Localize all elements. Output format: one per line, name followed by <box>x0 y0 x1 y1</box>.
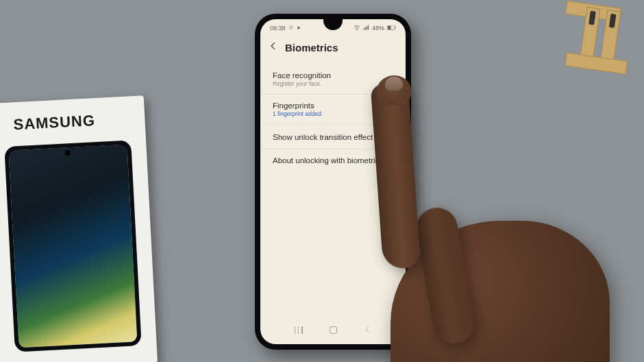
about-biometrics-label: About unlocking with biometrics <box>273 156 393 165</box>
nav-back-button[interactable] <box>364 324 371 336</box>
face-recognition-subtitle: Register your face. <box>273 80 393 87</box>
fingerprints-label: Fingerprints <box>273 101 393 110</box>
svg-rect-6 <box>368 25 369 30</box>
svg-rect-5 <box>366 26 367 29</box>
wifi-icon <box>354 25 360 32</box>
navigation-bar <box>260 319 406 340</box>
page-header: Biometrics <box>260 34 406 64</box>
svg-point-2 <box>356 29 357 29</box>
unlock-transition-label: Show unlock transition effect <box>273 133 374 141</box>
play-status-icon <box>297 25 301 32</box>
unlock-transition-row[interactable]: Show unlock transition effect <box>260 125 406 149</box>
signal-icon <box>363 25 369 32</box>
about-biometrics-row[interactable]: About unlocking with biometrics <box>260 149 406 171</box>
fingerprints-subtitle: 1 fingerprint added <box>273 110 393 117</box>
phone-device: 09:38 48% <box>255 14 411 350</box>
phone-screen: 09:38 48% <box>260 19 406 344</box>
face-recognition-label: Face recognition <box>273 71 393 80</box>
battery-icon <box>387 25 396 32</box>
svg-point-0 <box>290 27 292 28</box>
page-title: Biometrics <box>285 42 338 53</box>
unlock-transition-toggle[interactable] <box>374 132 393 142</box>
face-recognition-row[interactable]: Face recognition Register your face. <box>260 64 406 95</box>
nav-home-button[interactable] <box>330 326 337 334</box>
svg-rect-8 <box>388 26 391 29</box>
samsung-logo: SAMSUNG <box>13 110 133 134</box>
settings-status-icon <box>288 25 294 32</box>
battery-percent: 48% <box>372 25 384 32</box>
status-time: 09:38 <box>270 25 286 32</box>
wooden-object <box>556 0 644 95</box>
svg-rect-4 <box>364 27 365 29</box>
samsung-box: SAMSUNG <box>0 95 158 362</box>
svg-rect-3 <box>363 29 364 30</box>
human-hand <box>370 56 644 362</box>
back-button[interactable] <box>269 41 278 53</box>
box-phone-render <box>4 140 141 352</box>
nav-recents-button[interactable] <box>295 326 303 334</box>
fingerprints-row[interactable]: Fingerprints 1 fingerprint added <box>260 95 406 125</box>
svg-rect-9 <box>395 27 396 29</box>
svg-marker-1 <box>297 26 300 29</box>
